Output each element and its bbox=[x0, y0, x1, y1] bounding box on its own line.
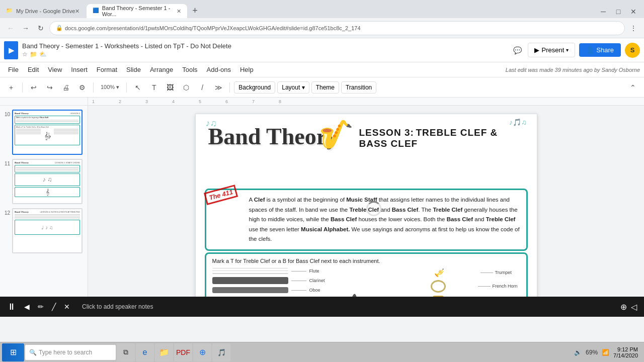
menu-edit[interactable]: Edit bbox=[24, 64, 43, 75]
maximize-button[interactable]: □ bbox=[612, 5, 625, 18]
collapse-toolbar-button[interactable]: ⌃ bbox=[626, 80, 640, 95]
trumpet-line bbox=[480, 273, 493, 273]
taskbar-edge-button[interactable]: e bbox=[136, 343, 154, 361]
slide-thumbnail-10[interactable]: 10 Band Theory LESSON 3 Clef is a symbol… bbox=[2, 110, 86, 155]
layout-button[interactable]: Layout ▾ bbox=[277, 81, 309, 94]
forward-button[interactable]: → bbox=[19, 22, 32, 35]
menu-slide[interactable]: Slide bbox=[122, 64, 145, 75]
slide-thumb-image-11[interactable]: Band Theory LESSON 5: STAFF CHORD ♪ ♫ 𝄞 bbox=[12, 159, 83, 204]
present-button[interactable]: ▶ Present ▾ bbox=[528, 43, 575, 57]
pause-button[interactable]: ⏸ bbox=[7, 302, 16, 312]
trumpet-image: 🎺 bbox=[400, 268, 478, 277]
tab-close-slides[interactable]: ✕ bbox=[177, 8, 181, 15]
menu-insert[interactable]: Insert bbox=[67, 64, 92, 75]
menu-addons[interactable]: Add-ons bbox=[203, 64, 235, 75]
textbox-tool[interactable]: T bbox=[147, 80, 161, 95]
menu-help[interactable]: Help bbox=[236, 64, 258, 75]
speaker-notes-prompt[interactable]: Click to add speaker notes bbox=[82, 303, 153, 310]
menu-tools[interactable]: Tools bbox=[178, 64, 201, 75]
docs-appbar: ▶ Band Theory - Semester 1 - Worksheets … bbox=[0, 38, 644, 62]
back-button[interactable]: ← bbox=[4, 22, 17, 35]
slide-thumb-image-12[interactable]: Band Theory LESSON 4: NOTES & RESTS ATTR… bbox=[12, 208, 83, 253]
print-button[interactable]: 🖨 bbox=[59, 80, 73, 95]
folder-icon[interactable]: 📁 bbox=[30, 51, 37, 58]
taskbar-search-box[interactable]: 🔍 Type here to search bbox=[25, 345, 116, 360]
more-tools-button[interactable]: ≫ bbox=[211, 80, 225, 95]
theme-button[interactable]: Theme bbox=[311, 81, 339, 94]
close-window-button[interactable]: ✕ bbox=[627, 5, 640, 18]
windows-start-button[interactable]: ⊞ bbox=[2, 343, 24, 361]
scroll-up-button[interactable]: ⊕ bbox=[620, 302, 627, 312]
zoom-menu-button[interactable]: + bbox=[4, 80, 18, 95]
menu-bar: File Edit View Insert Format Slide Arran… bbox=[0, 62, 644, 77]
address-bar[interactable]: 🔒 bbox=[49, 21, 625, 35]
musician-figure: 🎷 bbox=[319, 121, 354, 148]
slide-number-10: 10 bbox=[2, 112, 10, 117]
taskbar-files-button[interactable]: 📁 bbox=[155, 343, 173, 361]
slide-thumbnail-11[interactable]: 11 Band Theory LESSON 5: STAFF CHORD ♪ ♫ bbox=[2, 159, 86, 204]
sidebar-toggle-button[interactable]: ◁ bbox=[631, 302, 637, 312]
format-options-button[interactable]: ⚙ bbox=[75, 80, 89, 95]
taskview-icon: ⧉ bbox=[123, 348, 128, 356]
slide-canvas[interactable]: ♪♫ Band Theory 🎷 ♪🎵♫ Lesson 3: Treble Cl… bbox=[195, 114, 537, 297]
menu-format[interactable]: Format bbox=[93, 64, 121, 75]
french-horn-image bbox=[400, 279, 476, 293]
slide-thumbnail-12[interactable]: 12 Band Theory LESSON 4: NOTES & RESTS A… bbox=[2, 208, 86, 253]
add-tab-button[interactable]: + bbox=[188, 4, 202, 18]
shape-tool[interactable]: ⬡ bbox=[179, 80, 193, 95]
share-button[interactable]: 👤 Share bbox=[579, 43, 621, 57]
extensions-button[interactable]: ⋮ bbox=[627, 22, 640, 35]
comment-button[interactable]: 💬 bbox=[511, 44, 524, 57]
close-pres-button[interactable]: ✕ bbox=[64, 303, 70, 311]
toolbar-divider-3 bbox=[126, 82, 127, 93]
zoom-percent-button[interactable]: 100% ▾ bbox=[98, 80, 122, 95]
user-avatar[interactable]: S bbox=[625, 43, 640, 58]
clarinet-line bbox=[291, 281, 306, 281]
pen-tool-button[interactable]: ✏ bbox=[38, 303, 44, 311]
cloud-save-icon[interactable]: ⛅ bbox=[39, 51, 47, 58]
tab-google-drive[interactable]: 📁 My Drive - Google Drive ✕ bbox=[0, 4, 86, 18]
reload-button[interactable]: ↻ bbox=[34, 22, 47, 35]
taskbar-taskview-button[interactable]: ⧉ bbox=[117, 343, 135, 361]
music-notes-decoration-right: ♪🎵♫ bbox=[509, 118, 527, 126]
taskbar-pdf-button[interactable]: PDF bbox=[174, 343, 192, 361]
menu-file[interactable]: File bbox=[4, 64, 23, 75]
def-musical-alphabet: Musical Alphabet. bbox=[301, 226, 350, 232]
french-horn-label: French Horn bbox=[493, 284, 520, 289]
laser-pointer-button[interactable]: ╱ bbox=[52, 303, 56, 311]
instrument-box[interactable]: Mark a T for Treble Clef or a B for Bass… bbox=[205, 252, 528, 297]
menu-view[interactable]: View bbox=[44, 64, 66, 75]
presentation-controls-bar: ⏸ ◀ ✏ ╱ ✕ Click to add speaker notes ⊕ ◁ bbox=[0, 297, 644, 317]
menu-arrange[interactable]: Arrange bbox=[146, 64, 177, 75]
windows-logo-icon: ⊞ bbox=[10, 347, 17, 357]
battery-display: 69% bbox=[586, 349, 598, 356]
redo-button[interactable]: ↪ bbox=[43, 80, 57, 95]
last-edit-text: Last edit was made 39 minutes ago by San… bbox=[506, 67, 640, 73]
present-icon: ▶ bbox=[534, 46, 539, 54]
ruler-mark: 2 bbox=[119, 99, 121, 104]
definition-box[interactable]: A Clef is a symbol at the beginning of M… bbox=[205, 189, 528, 251]
instrument-instruction: Mark a T for Treble Clef or a B for Bass… bbox=[212, 258, 520, 264]
chrome-icon: ⊕ bbox=[199, 347, 206, 357]
url-input[interactable] bbox=[65, 25, 618, 31]
background-button[interactable]: Background bbox=[234, 81, 275, 94]
tab-slides[interactable]: 🟦 Band Theory - Semester 1 - Wor... ✕ bbox=[87, 4, 187, 18]
transition-button[interactable]: Transition bbox=[341, 81, 376, 94]
search-placeholder-text: Type here to search bbox=[39, 349, 92, 356]
tab-close-drive[interactable]: ✕ bbox=[75, 8, 79, 15]
clock-time: 9:12 PM bbox=[613, 346, 638, 352]
prev-slide-button[interactable]: ◀ bbox=[24, 303, 30, 311]
taskbar-music-button[interactable]: 🎵 bbox=[212, 343, 230, 361]
cursor-tool[interactable]: ↖ bbox=[131, 80, 145, 95]
treble-clef-display: 𝄞 Treble Clef bbox=[341, 296, 364, 297]
def-intro2: is a symbol at the beginning of bbox=[265, 197, 346, 203]
slide-thumb-image-10[interactable]: Band Theory LESSON 3 Clef is a symbol at… bbox=[12, 110, 83, 155]
star-icon[interactable]: ☆ bbox=[22, 51, 28, 58]
minimize-button[interactable]: ─ bbox=[597, 5, 610, 18]
def-bass2: Bass Clef bbox=[331, 216, 357, 222]
line-tool[interactable]: / bbox=[195, 80, 209, 95]
image-tool[interactable]: 🖼 bbox=[163, 80, 177, 95]
undo-button[interactable]: ↩ bbox=[27, 80, 41, 95]
network-icon: 📶 bbox=[602, 349, 609, 356]
taskbar-chrome-button[interactable]: ⊕ bbox=[193, 343, 211, 361]
